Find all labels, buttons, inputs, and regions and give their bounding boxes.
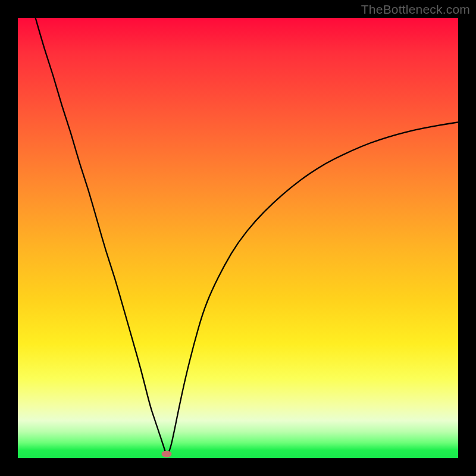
minimum-marker xyxy=(162,450,172,457)
curve-path xyxy=(36,18,458,454)
outer-frame: TheBottleneck.com xyxy=(0,0,476,476)
plot-area xyxy=(18,18,458,458)
bottleneck-curve xyxy=(18,18,458,458)
watermark-text: TheBottleneck.com xyxy=(361,2,470,17)
